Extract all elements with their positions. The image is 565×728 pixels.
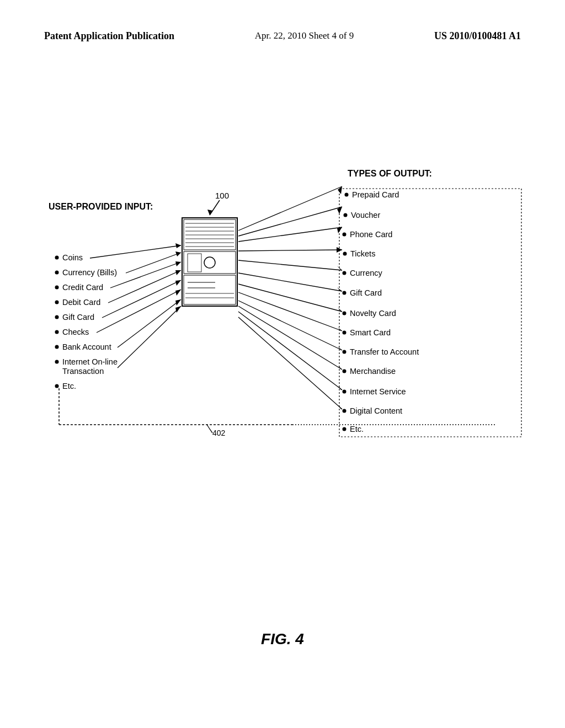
svg-text:402: 402 <box>212 429 226 437</box>
svg-point-68 <box>343 233 347 237</box>
page-header: Patent Application Publication Apr. 22, … <box>0 30 565 42</box>
svg-point-88 <box>343 331 347 335</box>
svg-point-39 <box>55 330 59 334</box>
svg-marker-34 <box>175 270 181 275</box>
svg-point-12 <box>204 257 215 268</box>
svg-line-50 <box>118 306 181 368</box>
svg-text:Bank Account: Bank Account <box>62 342 111 351</box>
svg-point-60 <box>345 193 349 197</box>
svg-point-76 <box>343 271 347 275</box>
svg-point-52 <box>55 384 59 388</box>
svg-point-19 <box>55 256 59 260</box>
header-left: Patent Application Publication <box>44 30 174 42</box>
svg-point-100 <box>343 390 347 394</box>
svg-line-66 <box>238 227 342 242</box>
svg-point-104 <box>343 409 347 413</box>
svg-point-92 <box>343 350 347 354</box>
svg-point-31 <box>55 301 59 304</box>
svg-line-74 <box>238 260 342 270</box>
svg-text:Etc.: Etc. <box>62 382 76 390</box>
svg-text:Currency: Currency <box>350 269 383 277</box>
svg-marker-1 <box>207 210 213 215</box>
svg-point-106 <box>343 427 347 431</box>
machine-label: 100 <box>215 191 229 200</box>
svg-line-94 <box>238 306 342 370</box>
svg-text:Transfer to Account: Transfer to Account <box>350 347 419 356</box>
svg-text:Credit Card: Credit Card <box>62 283 103 292</box>
svg-text:Phone Card: Phone Card <box>350 230 392 239</box>
svg-point-84 <box>343 312 347 315</box>
svg-line-25 <box>126 253 181 273</box>
svg-marker-22 <box>175 243 181 248</box>
svg-text:Smart Card: Smart Card <box>350 328 391 337</box>
svg-point-43 <box>55 345 59 349</box>
header-right: US 2010/0100481 A1 <box>434 30 521 42</box>
svg-text:Transaction: Transaction <box>62 367 104 376</box>
svg-line-98 <box>238 312 342 390</box>
svg-marker-42 <box>175 290 181 296</box>
svg-text:Prepaid Card: Prepaid Card <box>352 190 399 199</box>
svg-line-41 <box>97 290 181 333</box>
svg-text:Merchandise: Merchandise <box>350 367 396 376</box>
svg-text:Voucher: Voucher <box>351 211 380 220</box>
svg-line-37 <box>102 280 181 318</box>
svg-text:Coins: Coins <box>62 253 83 262</box>
svg-point-72 <box>343 252 347 256</box>
diagram-svg: USER-PROVIDED INPUT: TYPES OF OUTPUT: 10… <box>0 143 565 596</box>
svg-point-47 <box>55 360 59 364</box>
svg-marker-51 <box>175 306 181 313</box>
svg-text:Currency (Bills): Currency (Bills) <box>62 268 117 277</box>
svg-rect-14 <box>184 275 236 304</box>
kiosk-illustration <box>182 218 237 306</box>
svg-text:Novelty Card: Novelty Card <box>350 309 396 318</box>
svg-marker-30 <box>175 261 181 266</box>
svg-text:Gift Card: Gift Card <box>350 288 382 297</box>
svg-point-80 <box>343 291 347 295</box>
svg-point-35 <box>55 315 59 319</box>
svg-point-96 <box>343 370 347 373</box>
svg-line-45 <box>118 299 181 347</box>
fig-caption: FIG. 4 <box>261 630 304 648</box>
output-title: TYPES OF OUTPUT: <box>348 169 432 178</box>
svg-text:Internet On-line: Internet On-line <box>62 357 118 366</box>
svg-text:Checks: Checks <box>62 328 89 336</box>
svg-text:Internet Service: Internet Service <box>350 387 406 396</box>
svg-line-70 <box>238 250 342 251</box>
svg-marker-38 <box>175 280 181 286</box>
svg-marker-103 <box>338 405 342 409</box>
svg-point-64 <box>344 213 348 217</box>
svg-line-62 <box>238 207 342 236</box>
svg-text:Digital Content: Digital Content <box>350 406 402 415</box>
svg-point-27 <box>55 286 59 290</box>
svg-line-21 <box>90 245 181 258</box>
svg-point-23 <box>55 271 59 275</box>
svg-text:Debit Card: Debit Card <box>62 298 100 307</box>
svg-marker-46 <box>175 299 181 306</box>
svg-marker-26 <box>175 251 181 256</box>
svg-text:Gift Card: Gift Card <box>62 313 94 322</box>
svg-marker-99 <box>338 386 342 390</box>
svg-text:Etc.: Etc. <box>350 425 364 433</box>
header-center: Apr. 22, 2010 Sheet 4 of 9 <box>255 30 354 41</box>
svg-text:Tickets: Tickets <box>350 249 375 258</box>
svg-line-102 <box>238 317 342 409</box>
svg-line-58 <box>238 186 342 231</box>
svg-rect-3 <box>184 220 236 250</box>
input-title: USER-PROVIDED INPUT: <box>49 202 153 211</box>
